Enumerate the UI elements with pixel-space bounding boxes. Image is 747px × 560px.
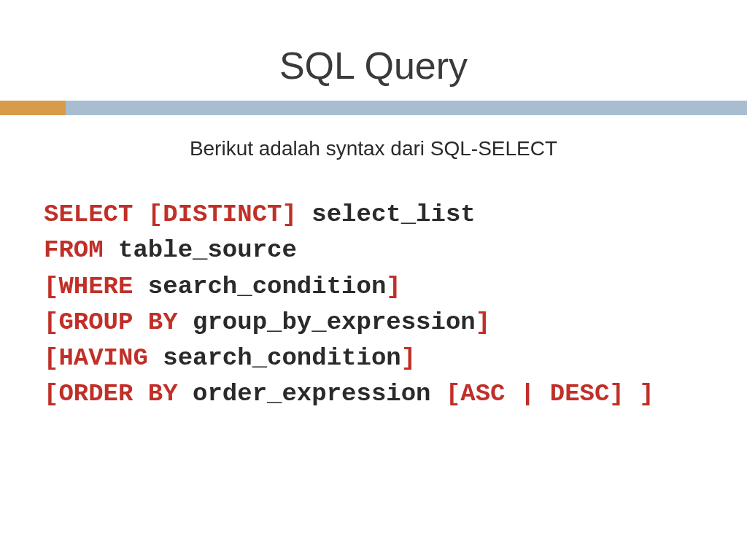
syntax-line-4: [GROUP BY group_by_expression] xyxy=(44,305,703,341)
syntax-line-5: [HAVING search_condition] xyxy=(44,341,703,376)
slide-subtitle: Berikut adalah syntax dari SQL-SELECT xyxy=(0,137,747,160)
slide: SQL Query Berikut adalah syntax dari SQL… xyxy=(0,0,747,560)
accent-block xyxy=(0,101,66,115)
sql-syntax-block: SELECT [DISTINCT] select_list FROM table… xyxy=(0,197,747,413)
keyword-where-close: ] xyxy=(386,273,400,300)
keyword-having-close: ] xyxy=(401,344,416,372)
syntax-line-2: FROM table_source xyxy=(44,233,703,268)
keyword-orderby-ascdesc: [ASC | DESC] ] xyxy=(446,380,654,408)
syntax-line-1: SELECT [DISTINCT] select_list xyxy=(44,197,703,233)
keyword-groupby-close: ] xyxy=(476,308,490,336)
keyword-select-distinct: SELECT [DISTINCT] xyxy=(44,201,311,228)
keyword-where-open: [WHERE xyxy=(44,273,148,300)
param-select-list: select_list xyxy=(311,201,475,228)
divider-bar xyxy=(0,101,747,115)
keyword-having-open: [HAVING xyxy=(44,344,163,372)
param-table-source: table_source xyxy=(118,236,297,264)
param-order-expression: order_expression xyxy=(193,380,446,408)
keyword-groupby-open: [GROUP BY xyxy=(44,308,193,336)
syntax-line-6: [ORDER BY order_expression [ASC | DESC] … xyxy=(44,376,703,412)
blue-bar xyxy=(66,101,747,115)
keyword-orderby-open: [ORDER BY xyxy=(44,380,193,408)
param-having-condition: search_condition xyxy=(163,344,400,372)
param-groupby-expression: group_by_expression xyxy=(193,308,476,336)
param-search-condition: search_condition xyxy=(148,273,386,300)
keyword-from: FROM xyxy=(44,236,118,264)
syntax-line-3: [WHERE search_condition] xyxy=(44,269,703,305)
slide-title: SQL Query xyxy=(0,44,747,88)
